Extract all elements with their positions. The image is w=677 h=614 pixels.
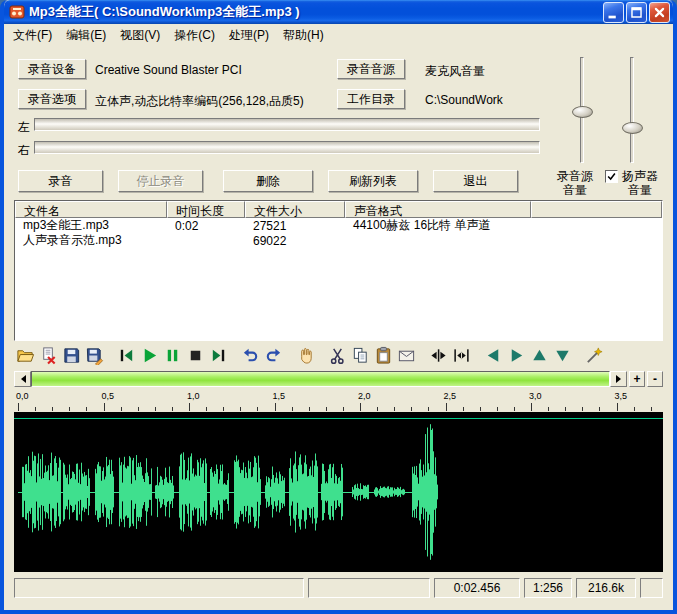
left-level-meter [34,118,540,131]
menu-item[interactable]: 编辑(E) [59,24,113,47]
waveform-display[interactable] [14,412,663,572]
file-cell: 0:02 [167,219,245,233]
ruler-tick [326,407,327,411]
exit-button[interactable]: 退出 [433,170,518,192]
speaker-volume-slider-thumb[interactable] [622,122,643,134]
column-header[interactable]: 文件大小 [245,201,345,218]
column-header[interactable]: 文件名 [15,201,167,218]
record-volume-label-line2: 音量 [550,182,600,199]
status-cell [14,578,304,598]
column-header[interactable]: 时间长度 [167,201,245,218]
ruler-label: 3,5 [615,391,628,401]
ruler-tick [275,403,276,411]
paste-mix-icon[interactable] [395,344,417,366]
zoom-in-horizontal-icon[interactable] [505,344,527,366]
play-icon[interactable] [138,344,160,366]
ruler-tick [35,407,36,411]
left-channel-label: 左 [18,119,30,136]
zoom-in-button[interactable]: + [629,371,645,387]
close-button[interactable] [649,2,670,23]
speaker-volume-checkbox[interactable] [605,170,618,183]
status-cell: 216.6k [576,578,636,598]
window-title: Mp3全能王( C:\SoundWork\mp3全能王.mp3 ) [29,3,603,21]
go-end-icon[interactable] [207,344,229,366]
effects-icon[interactable] [583,344,605,366]
record-source-value: 麦克风音量 [425,63,485,80]
column-header-filler [531,201,662,218]
scroll-right-button[interactable] [610,371,627,387]
ruler-tick [463,407,464,411]
save-as-icon[interactable] [83,344,105,366]
delete-button[interactable]: 删除 [223,170,313,192]
scroll-left-button[interactable] [14,371,31,387]
column-header[interactable]: 声音格式 [345,201,531,218]
file-list-body: mp3全能王.mp30:022752144100赫兹 16比特 单声道人声录音示… [15,218,662,248]
menu-item[interactable]: 帮助(H) [276,24,331,47]
save-icon[interactable] [60,344,82,366]
file-list-header: 文件名时间长度文件大小声音格式 [15,201,662,218]
time-ruler[interactable]: 0,00,51,01,52,02,53,03,5 [14,390,663,411]
pause-icon[interactable] [161,344,183,366]
speaker-volume-slider[interactable] [630,57,634,163]
record-options-button[interactable]: 录音选项 [18,89,86,109]
scrollbar-track[interactable] [31,371,610,387]
ruler-tick [565,407,566,411]
speaker-volume-label-line2: 音量 [628,182,652,199]
app-window: Mp3全能王( C:\SoundWork\mp3全能王.mp3 ) 文件(F)编… [0,0,677,614]
record-volume-slider-thumb[interactable] [572,106,593,118]
record-button[interactable]: 录音 [18,170,103,192]
zoom-out-vertical-icon[interactable] [551,344,573,366]
zoom-out-button[interactable]: - [647,371,663,387]
ruler-tick [189,403,190,411]
title-bar[interactable]: Mp3全能王( C:\SoundWork\mp3全能王.mp3 ) [4,0,673,24]
untrim-icon[interactable] [450,344,472,366]
zoom-in-vertical-icon[interactable] [528,344,550,366]
ruler-tick [52,407,53,411]
maximize-button[interactable] [626,2,647,23]
redo-icon[interactable] [262,344,284,366]
ruler-tick [548,407,549,411]
copy-icon[interactable] [349,344,371,366]
workdir-value: C:\SoundWork [425,93,503,107]
ruler-label: 0,0 [16,391,29,401]
open-icon[interactable] [14,344,36,366]
delete-file-icon[interactable] [37,344,59,366]
ruler-tick [86,407,87,411]
ruler-tick [18,403,19,411]
ruler-tick [223,407,224,411]
file-cell: 人声录音示范.mp3 [15,232,167,249]
menu-item[interactable]: 处理(P) [222,24,276,47]
stop-icon[interactable] [184,344,206,366]
go-start-icon[interactable] [115,344,137,366]
ruler-label: 1,5 [273,391,286,401]
trim-icon[interactable] [427,344,449,366]
hand-icon[interactable] [294,344,316,366]
status-cell: 0:02.456 [434,578,520,598]
cut-icon[interactable] [326,344,348,366]
menu-item[interactable]: 操作(C) [167,24,222,47]
ruler-tick [172,407,173,411]
refresh-list-button[interactable]: 刷新列表 [328,170,418,192]
ruler-tick [257,407,258,411]
ruler-tick [360,403,361,411]
ruler-tick [138,407,139,411]
file-row[interactable]: mp3全能王.mp30:022752144100赫兹 16比特 单声道 [15,218,662,233]
menu-item[interactable]: 文件(F) [6,24,59,47]
record-options-value: 立体声,动态比特率编码(256,128,品质5) [95,93,304,110]
record-source-button[interactable]: 录音音源 [337,59,405,79]
undo-icon[interactable] [239,344,261,366]
workdir-button[interactable]: 工作目录 [337,89,405,109]
paste-icon[interactable] [372,344,394,366]
ruler-label: 1,0 [187,391,200,401]
ruler-tick [155,407,156,411]
file-row[interactable]: 人声录音示范.mp369022 [15,233,662,248]
zoom-out-horizontal-icon[interactable] [482,344,504,366]
ruler-tick [428,407,429,411]
ruler-tick [514,407,515,411]
ruler-tick [582,407,583,411]
menu-item[interactable]: 视图(V) [113,24,167,47]
record-device-button[interactable]: 录音设备 [18,59,86,79]
app-icon [9,4,25,20]
minimize-button[interactable] [603,2,624,23]
editor-toolbar [14,344,606,366]
